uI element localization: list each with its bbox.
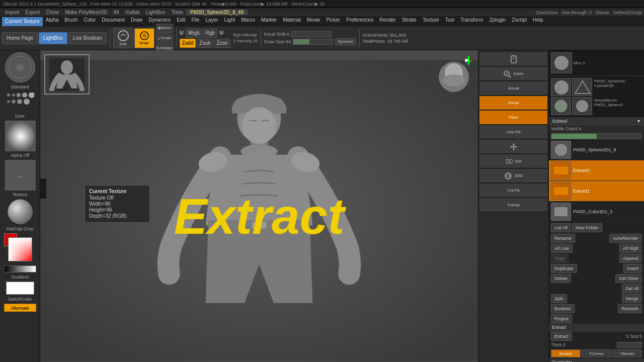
menu-marker[interactable]: Marker [258, 17, 280, 26]
all-high-btn[interactable]: All High [619, 244, 642, 253]
boolean-btn[interactable]: Boolean [551, 304, 575, 313]
move-tool-btn[interactable] [479, 140, 547, 154]
menu-movie[interactable]: Movie [304, 17, 324, 26]
actual-btn[interactable]: Actual [479, 81, 547, 96]
move-btn[interactable]: ✥ Move [156, 24, 173, 33]
remesh-btn[interactable]: Remesh [618, 304, 642, 313]
draw-mode-btn[interactable]: Draw [134, 28, 154, 48]
subtool-section-header[interactable]: Subtool ▼ [549, 118, 644, 125]
menu-texture[interactable]: Texture [420, 17, 442, 26]
menu-help[interactable]: Help [530, 17, 546, 26]
menu-material[interactable]: Material [280, 17, 304, 26]
menu-render[interactable]: Render [376, 17, 399, 26]
sym-btn[interactable]: Sym [479, 154, 547, 168]
linefill-btn[interactable]: Line Fill [479, 184, 547, 198]
menu-tools[interactable]: Tools [169, 10, 186, 15]
autoreorder-btn[interactable]: AutoReorder [609, 234, 642, 243]
menu-edit[interactable]: Edit [174, 17, 188, 26]
3d60-btn[interactable]: 3D60 [479, 169, 547, 183]
menu-color[interactable]: Color [80, 17, 99, 26]
matcap-preview[interactable] [8, 199, 33, 224]
focal-shift-slider[interactable] [291, 31, 332, 37]
canvas-area[interactable]: Extract [40, 50, 478, 362]
menu-tool[interactable]: Tool [442, 17, 457, 26]
rgb-btn[interactable]: Rgb [203, 29, 217, 38]
model-thumbnail[interactable] [44, 54, 90, 95]
lightbox-btn[interactable]: LightBox [39, 32, 67, 44]
copy-btn[interactable]: Copy [551, 254, 569, 263]
menu-pm3d-sphere[interactable]: PM3D_Sphere3D_8_49 [186, 10, 248, 15]
white-swatch[interactable] [6, 282, 34, 295]
delete-btn[interactable]: Delete [551, 274, 571, 283]
menu-picker[interactable]: Picker [323, 17, 343, 26]
persp-btn[interactable]: Persp [479, 96, 547, 110]
dynamic-btn[interactable]: Dynamic [335, 38, 356, 45]
transp-btn[interactable]: Transp [479, 198, 547, 212]
menu-lightbox[interactable]: LightBox [143, 10, 169, 15]
texture-preview[interactable]: tex [5, 160, 35, 190]
seethrough-label[interactable]: See-through: 0 [561, 10, 592, 15]
gradient-bar[interactable] [4, 265, 36, 273]
tcorne-btn[interactable]: TCorner [582, 349, 611, 357]
zadd-btn[interactable]: Zadd [180, 39, 196, 48]
live-boolean-btn[interactable]: Live Boolean [68, 32, 107, 44]
menu-zplugin[interactable]: Zplugin [486, 17, 509, 26]
brush-grid-item-4[interactable] [572, 97, 592, 115]
color-picker[interactable] [4, 233, 36, 263]
edit-mode-btn[interactable]: Edit [113, 28, 133, 48]
draw-size-slider[interactable] [293, 39, 333, 45]
menu-brush[interactable]: Brush [61, 17, 80, 26]
left-edge-handle[interactable]: ‹ [40, 178, 46, 199]
alpha-preview[interactable] [5, 121, 35, 151]
subtool-item-1[interactable]: PM3D_Sphere3D1_8 [549, 140, 644, 160]
zcon-btn[interactable]: Zcon [214, 39, 230, 48]
geometry-section-header[interactable]: Geometry [549, 358, 644, 362]
thick-slider[interactable] [617, 342, 642, 348]
scroll-btn[interactable] [479, 52, 547, 66]
brush-grid-item-1[interactable] [551, 78, 571, 96]
insert-btn[interactable]: Insert [623, 264, 642, 273]
menu-light[interactable]: Light [221, 17, 238, 26]
menu-preferences[interactable]: Preferences [343, 17, 376, 26]
mrgb-btn[interactable]: Mrgb [186, 29, 202, 38]
menu-import[interactable]: Import [2, 10, 22, 15]
quicksave-label[interactable]: QuickSave [536, 10, 558, 15]
menu-export[interactable]: Export [22, 10, 43, 15]
merge-btn[interactable]: Merge [622, 294, 642, 303]
defaultzscript-label[interactable]: DefaultZScript [613, 10, 642, 15]
nav-cube[interactable] [434, 54, 474, 95]
zoom-btn[interactable]: Zoom [479, 67, 547, 81]
home-page-btn[interactable]: Home Page [2, 32, 38, 44]
menu-transform[interactable]: Transform [457, 17, 486, 26]
menu-clone[interactable]: Clone [43, 10, 62, 15]
subtool-item-4[interactable]: PM3D_Cube3D1_3 [549, 202, 644, 222]
subtool-slider[interactable] [551, 133, 642, 139]
dots-preview[interactable] [5, 92, 35, 112]
zsub-btn[interactable]: Zsub [197, 39, 213, 48]
brush-grid-item-3[interactable] [551, 97, 571, 115]
menus-label[interactable]: Menus [596, 10, 609, 15]
menu-macro[interactable]: Macro [238, 17, 258, 26]
double-btn[interactable]: Double [551, 349, 581, 357]
menu-alpha[interactable]: Alpha [43, 17, 62, 26]
menu-all[interactable]: All [110, 10, 122, 15]
floor-btn[interactable]: Floor [479, 111, 547, 125]
new-folder-btn[interactable]: New Folder [572, 223, 602, 232]
menu-file[interactable]: File [188, 17, 202, 26]
del-all-btn[interactable]: Del All [622, 284, 642, 293]
del-other-btn[interactable]: Del Other [615, 274, 642, 283]
extract-btn[interactable]: Extract [551, 332, 572, 341]
mesh-thumb-1[interactable] [551, 52, 572, 73]
list-all-btn[interactable]: List All [551, 223, 571, 232]
frame-btn[interactable]: Line Fill [479, 125, 547, 139]
tborder-btn[interactable]: TBorder [612, 349, 642, 357]
menu-visible[interactable]: Visible [122, 10, 142, 15]
split-btn[interactable]: Split [551, 294, 567, 303]
menu-layer[interactable]: Layer [203, 17, 221, 26]
all-low-btn[interactable]: All Low [551, 244, 573, 253]
menu-make-polymesh[interactable]: Make PolyMesh3D [62, 10, 110, 15]
duplicate-btn[interactable]: Duplicate [551, 264, 577, 273]
subtool-item-3[interactable]: Extract1 [549, 181, 644, 202]
project-btn[interactable]: Project [551, 314, 572, 323]
brush-grid-item-2[interactable] [572, 78, 592, 96]
